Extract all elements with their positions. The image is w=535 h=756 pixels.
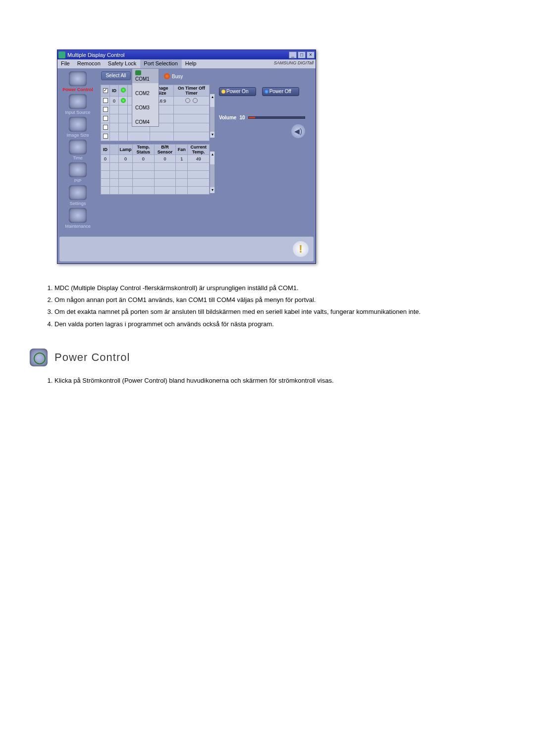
- volume-control: Volume 10: [217, 115, 305, 120]
- image-size-icon: [69, 117, 87, 132]
- app-window: Multiple Display Control _ □ × File Remo…: [57, 50, 316, 264]
- menu-remocon[interactable]: Remocon: [74, 59, 105, 68]
- scroll-thumb[interactable]: [210, 157, 214, 164]
- menu-port-selection[interactable]: Port Selection: [140, 59, 181, 68]
- window-title: Multiple Display Control: [67, 52, 288, 58]
- col-lamp: [119, 85, 128, 97]
- port-option-com2[interactable]: COM2: [132, 83, 159, 98]
- grid-scrollbar[interactable]: ▴ ▾: [210, 94, 215, 138]
- checkbox-icon[interactable]: [103, 88, 108, 93]
- app-icon: [58, 51, 65, 58]
- volume-slider[interactable]: [248, 116, 305, 119]
- busy-indicator: Busy: [164, 73, 183, 79]
- power-icon: [69, 71, 87, 86]
- section-header: Power Control: [30, 349, 505, 366]
- port-option-com1[interactable]: COM1: [132, 69, 159, 83]
- close-button[interactable]: ×: [307, 51, 315, 58]
- list-item: Om det exakta namnet på porten som är an…: [54, 307, 505, 316]
- content-area: Select All Busy: [98, 68, 316, 237]
- sidebar-item-input-source[interactable]: Input Source: [59, 94, 96, 115]
- power-off-button[interactable]: Power Off: [262, 87, 299, 96]
- sidebar-item-time[interactable]: Time: [59, 140, 96, 160]
- menu-help[interactable]: Help: [182, 59, 201, 68]
- instruction-list-1: MDC (Multiple Display Control -flerskärm…: [45, 284, 505, 329]
- list-item: Den valda porten lagras i programmet och…: [54, 320, 505, 329]
- busy-dot-icon: [164, 73, 170, 79]
- port-option-com4[interactable]: COM4: [132, 112, 159, 126]
- time-icon: [69, 140, 87, 154]
- sidebar-item-image-size[interactable]: Image Size: [59, 117, 96, 138]
- alert-icon: !: [293, 241, 309, 257]
- power-control-section-icon: [30, 349, 48, 366]
- volume-value: 10: [239, 115, 245, 120]
- sidebar-item-settings[interactable]: Settings: [59, 185, 96, 206]
- col-timer: On Timer Off Timer: [174, 85, 210, 97]
- port-selection-dropdown: COM1 COM2 COM3 COM4: [132, 68, 159, 127]
- sidebar-item-pip[interactable]: PIP: [59, 162, 96, 183]
- list-item: MDC (Multiple Display Control -flerskärm…: [54, 284, 505, 293]
- select-all-button[interactable]: Select All: [101, 71, 131, 80]
- power-on-button[interactable]: Power On: [219, 87, 256, 96]
- power-volume-panel: Power On Power Off Volume 10 ◀): [217, 87, 305, 151]
- port-option-com3[interactable]: COM3: [132, 98, 159, 112]
- brand-label: SAMSUNG DIGITall: [274, 60, 314, 65]
- status-grid-scrollbar[interactable]: ▴ ▾: [210, 151, 215, 194]
- list-item: Om någon annan port än COM1 används, kan…: [54, 296, 505, 304]
- timer-off-icon-2: [193, 98, 198, 103]
- scroll-up-icon[interactable]: ▴: [210, 94, 214, 100]
- pip-icon: [69, 162, 87, 177]
- instruction-list-2: Klicka på Strömkontroll (Power Control) …: [45, 376, 505, 385]
- sidebar-item-maintenance[interactable]: Maintenance: [59, 208, 96, 229]
- app-screenshot: Multiple Display Control _ □ × File Remo…: [57, 50, 505, 264]
- document-page: Multiple Display Control _ □ × File Remo…: [0, 0, 535, 435]
- volume-label: Volume: [219, 115, 236, 120]
- window-titlebar: Multiple Display Control _ □ ×: [57, 50, 316, 59]
- menu-file[interactable]: File: [57, 59, 74, 68]
- section-title: Power Control: [54, 351, 130, 364]
- sidebar-item-power-control[interactable]: Power Control: [59, 71, 96, 92]
- speaker-icon[interactable]: ◀): [291, 124, 305, 138]
- row-checkbox[interactable]: [103, 98, 108, 103]
- minimize-button[interactable]: _: [289, 51, 297, 58]
- scroll-up-icon[interactable]: ▴: [210, 151, 214, 157]
- scroll-down-icon[interactable]: ▾: [210, 132, 214, 138]
- timer-off-icon: [185, 98, 190, 103]
- status-grid: ID Lamp Temp. Status B/R Sensor Fan Curr…: [100, 144, 210, 193]
- menu-bar: File Remocon Safety Lock Port Selection …: [57, 59, 316, 68]
- col-id: ID: [110, 85, 119, 97]
- list-item: Klicka på Strömkontroll (Power Control) …: [54, 376, 505, 385]
- status-row[interactable]: 0 0 0 0 1 49: [101, 155, 210, 163]
- check-icon: [135, 70, 141, 75]
- input-icon: [69, 94, 87, 109]
- lamp-on-icon: [121, 98, 126, 103]
- lamp-header-icon: [121, 88, 126, 93]
- maintenance-icon: [69, 208, 87, 223]
- settings-icon: [69, 185, 87, 200]
- scroll-down-icon[interactable]: ▾: [210, 187, 214, 193]
- col-check[interactable]: [101, 85, 110, 97]
- menu-safety-lock[interactable]: Safety Lock: [105, 59, 140, 68]
- app-body: Power Control Input Source Image Size Ti…: [57, 68, 316, 237]
- maximize-button[interactable]: □: [298, 51, 306, 58]
- scroll-thumb[interactable]: [210, 100, 214, 107]
- status-header-row: ID Lamp Temp. Status B/R Sensor Fan Curr…: [101, 145, 210, 155]
- status-strip: !: [59, 237, 314, 261]
- sidebar: Power Control Input Source Image Size Ti…: [57, 68, 98, 237]
